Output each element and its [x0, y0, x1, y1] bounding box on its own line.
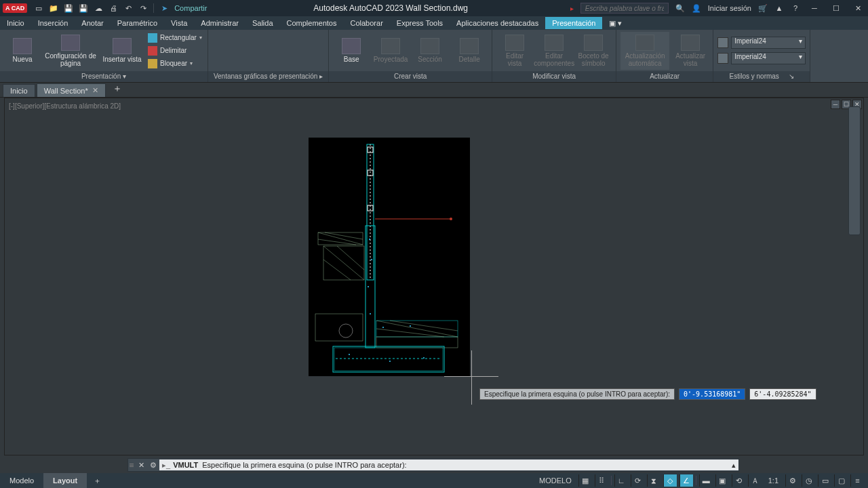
- tab-complementos[interactable]: Complementos: [280, 17, 344, 29]
- base-button[interactable]: Base: [333, 32, 370, 70]
- rectangular-button[interactable]: Rectangular▾: [146, 32, 203, 44]
- tab-colaborar[interactable]: Colaborar: [344, 17, 390, 29]
- tab-expresstools[interactable]: Express Tools: [390, 17, 450, 29]
- section-button: Sección: [412, 32, 448, 70]
- tab-inicio[interactable]: Inicio: [0, 17, 31, 29]
- edit-view-button: Editar vista: [496, 32, 533, 70]
- symbol-sketch-button: Boceto de símbolo: [575, 32, 612, 70]
- svg-point-23: [410, 325, 411, 327]
- panel-layout-title: Presentación ▾: [0, 71, 208, 82]
- lineweight-toggle[interactable]: ▬: [699, 474, 713, 487]
- clip-button[interactable]: Delimitar: [146, 45, 203, 57]
- autodesk-icon[interactable]: ▲: [774, 3, 784, 13]
- tab-insercion[interactable]: Inserción: [31, 17, 75, 29]
- model-tab[interactable]: Modelo: [0, 473, 43, 488]
- window-title: Autodesk AutoCAD 2023 Wall Section.dwg: [211, 3, 570, 13]
- cmd-prompt-icon: ▸_: [162, 461, 170, 470]
- isodraft-toggle[interactable]: ⧗: [647, 474, 660, 487]
- svg-point-18: [369, 239, 370, 240]
- maximize-button[interactable]: ☐: [829, 2, 844, 14]
- osnap-toggle[interactable]: ◇: [663, 474, 677, 487]
- cycling-toggle[interactable]: ⟲: [732, 474, 745, 487]
- tab-presentacion[interactable]: Presentación: [545, 17, 602, 29]
- monitor-button[interactable]: ▭: [818, 474, 831, 487]
- style1-swatch-icon: [717, 37, 728, 48]
- tab-parametrico[interactable]: Paramétrico: [111, 17, 164, 29]
- redo-icon[interactable]: ↷: [138, 3, 148, 13]
- add-layout-button[interactable]: ＋: [87, 474, 108, 488]
- svg-point-25: [389, 361, 391, 362]
- svg-point-20: [368, 286, 369, 287]
- filetab-inicio[interactable]: Inicio: [3, 84, 35, 97]
- close-button[interactable]: ✕: [850, 2, 865, 14]
- cleanscreen-button[interactable]: ▢: [834, 474, 848, 487]
- app-store-icon[interactable]: 🛒: [758, 3, 768, 13]
- new-layout-button[interactable]: Nueva: [4, 32, 41, 70]
- svg-point-22: [382, 327, 384, 328]
- search-icon[interactable]: 🔍: [675, 3, 685, 13]
- save-icon[interactable]: 💾: [64, 3, 73, 13]
- share-icon[interactable]: ➤: [159, 3, 169, 13]
- file-tabs: Inicio Wall Section*✕ ＋: [0, 83, 868, 98]
- svg-rect-0: [309, 138, 470, 376]
- auto-update-button: Actualización automática: [620, 32, 669, 70]
- share-label[interactable]: Compartir: [174, 4, 207, 12]
- tab-vista[interactable]: Vista: [164, 17, 194, 29]
- gear-icon[interactable]: ⚙: [785, 474, 799, 487]
- cmd-text: Especifique la primera esquina (o pulse …: [202, 461, 406, 469]
- filetab-wallsection[interactable]: Wall Section*✕: [37, 83, 106, 97]
- page-setup-button[interactable]: Configuración de página: [43, 32, 98, 70]
- add-tab-button[interactable]: ＋: [107, 81, 127, 97]
- dyn-y-field[interactable]: 6'-4.09285284": [749, 388, 816, 400]
- cmd-grip-icon[interactable]: [128, 462, 135, 468]
- web-icon[interactable]: ☁: [94, 3, 103, 13]
- app-logo[interactable]: A CAD: [3, 3, 27, 13]
- panel-create-title: Crear vista: [329, 71, 492, 82]
- lock-button[interactable]: Bloquear▾: [146, 58, 203, 70]
- command-line[interactable]: ✕ ⚙ ▸_ VMULT Especifique la primera esqu…: [127, 458, 739, 472]
- polar-toggle[interactable]: ⟳: [631, 474, 644, 487]
- annoscale-toggle[interactable]: Ａ: [748, 474, 762, 487]
- style1-dropdown[interactable]: Imperial24 ▾: [731, 37, 806, 49]
- cmd-history-button[interactable]: ▴: [729, 460, 738, 470]
- panel-styles-title: Estilos y normas ↘: [713, 71, 810, 82]
- tab-administrar[interactable]: Administrar: [194, 17, 245, 29]
- undo-icon[interactable]: ↶: [123, 3, 133, 13]
- cmd-config-button[interactable]: ⚙: [147, 461, 159, 470]
- layout-tab[interactable]: Layout: [43, 473, 87, 488]
- tab-extra-icon[interactable]: ▣ ▾: [602, 17, 629, 30]
- tab-aplicaciones[interactable]: Aplicaciones destacadas: [450, 17, 545, 29]
- search-input[interactable]: [580, 3, 669, 14]
- dyn-x-field[interactable]: 0'-9.53168981": [679, 388, 745, 400]
- otrack-toggle[interactable]: ∠: [679, 474, 693, 487]
- drawing-area[interactable]: ─ ☐ ✕ [-][Superior][Estructura alámbrica…: [4, 98, 864, 455]
- ribbon-tabs: Inicio Inserción Anotar Paramétrico Vist…: [0, 16, 868, 30]
- new-icon[interactable]: ▭: [34, 3, 43, 13]
- workspace-button[interactable]: ◷: [802, 474, 815, 487]
- scale-indicator[interactable]: 1:1: [764, 476, 783, 485]
- svg-point-24: [349, 354, 350, 355]
- saveas-icon[interactable]: 💾: [79, 3, 88, 13]
- user-icon[interactable]: 👤: [692, 3, 701, 13]
- grid-toggle[interactable]: ▦: [578, 474, 592, 487]
- space-indicator[interactable]: MODELO: [535, 476, 576, 485]
- signin-label[interactable]: Iniciar sesión: [708, 4, 751, 12]
- cmd-name: VMULT: [173, 461, 198, 469]
- svg-point-26: [423, 357, 425, 359]
- style2-swatch-icon: [717, 53, 728, 64]
- style2-dropdown[interactable]: Imperial24 ▾: [731, 52, 806, 64]
- minimize-button[interactable]: ─: [807, 2, 822, 14]
- customization-button[interactable]: ≡: [850, 474, 864, 487]
- insert-view-button[interactable]: Insertar vista: [100, 32, 144, 70]
- snap-toggle[interactable]: ⠿: [595, 474, 608, 487]
- tab-salida[interactable]: Salida: [245, 17, 280, 29]
- panel-update-title: Actualizar: [616, 71, 713, 82]
- help-icon[interactable]: ?: [791, 3, 800, 13]
- ortho-toggle[interactable]: ∟: [614, 474, 628, 487]
- open-icon[interactable]: 📁: [49, 3, 58, 13]
- transparency-toggle[interactable]: ▣: [715, 474, 729, 487]
- tab-anotar[interactable]: Anotar: [75, 17, 110, 29]
- cmd-close-button[interactable]: ✕: [135, 461, 147, 470]
- plot-icon[interactable]: 🖨: [108, 3, 118, 13]
- close-tab-icon[interactable]: ✕: [92, 86, 98, 95]
